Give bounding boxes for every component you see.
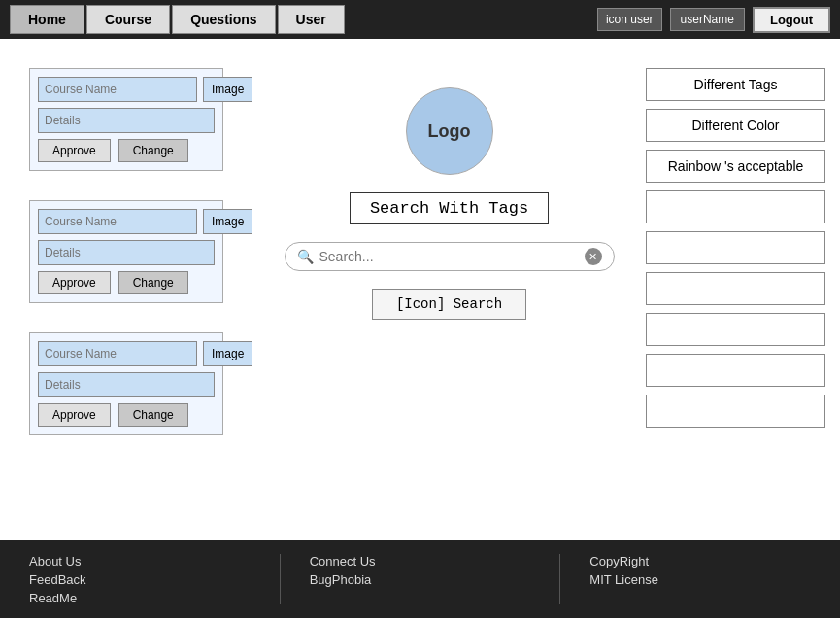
tag-btn-1[interactable]: Different Color xyxy=(646,109,825,142)
footer-col-1: About Us FeedBack ReadMe xyxy=(0,554,281,604)
course-details-input-2[interactable] xyxy=(38,240,215,265)
search-icon: 🔍 xyxy=(297,249,314,264)
footer-col-2: Connect Us BugPhobia xyxy=(281,554,561,604)
tag-empty-3 xyxy=(646,190,825,223)
tag-btn-0[interactable]: Different Tags xyxy=(646,68,825,101)
course-image-btn-2[interactable]: Image xyxy=(203,209,252,234)
tag-empty-6 xyxy=(646,313,825,346)
course-cards-column: Image Approve Change Image Approve Chang… xyxy=(0,58,252,531)
nav-right: icon user userName Logout xyxy=(597,7,830,33)
course-card-3: Image Approve Change xyxy=(29,332,223,435)
right-tags-column: Different Tags Different Color Rainbow '… xyxy=(646,58,840,531)
approve-btn-3[interactable]: Approve xyxy=(38,403,111,427)
logo-circle: Logo xyxy=(406,87,493,175)
footer: About Us FeedBack ReadMe Connect Us BugP… xyxy=(0,540,840,618)
main-content: Image Approve Change Image Approve Chang… xyxy=(0,39,840,540)
course-details-input-3[interactable] xyxy=(38,372,215,397)
logout-button[interactable]: Logout xyxy=(753,7,830,33)
change-btn-1[interactable]: Change xyxy=(118,139,188,162)
footer-col-3: CopyRight MIT License xyxy=(560,554,840,604)
course-details-input-1[interactable] xyxy=(38,108,215,133)
footer-link-mit[interactable]: MIT License xyxy=(589,572,811,587)
footer-link-bugphobia[interactable]: BugPhobia xyxy=(310,572,531,587)
approve-btn-1[interactable]: Approve xyxy=(38,139,111,162)
navbar: Home Course Questions User icon user use… xyxy=(0,0,840,39)
search-bar-container: 🔍 ✕ xyxy=(285,242,615,271)
change-btn-3[interactable]: Change xyxy=(118,403,188,427)
tab-user[interactable]: User xyxy=(278,5,345,34)
tag-empty-5 xyxy=(646,272,825,305)
approve-btn-2[interactable]: Approve xyxy=(38,271,111,294)
icon-user-label: icon user xyxy=(597,8,662,31)
course-card-2: Image Approve Change xyxy=(29,200,223,303)
tab-home[interactable]: Home xyxy=(10,5,84,34)
footer-link-copyright[interactable]: CopyRight xyxy=(589,554,811,568)
footer-link-feedback[interactable]: FeedBack xyxy=(29,572,251,587)
tag-btn-2[interactable]: Rainbow 's acceptable xyxy=(646,150,825,183)
footer-link-connect[interactable]: Connect Us xyxy=(310,554,531,568)
search-with-tags-label: Search With Tags xyxy=(350,192,549,224)
course-image-btn-1[interactable]: Image xyxy=(203,77,252,102)
username-display: userName xyxy=(670,8,745,31)
tab-questions[interactable]: Questions xyxy=(172,5,275,34)
change-btn-2[interactable]: Change xyxy=(118,271,188,294)
course-name-input-2[interactable] xyxy=(38,209,197,234)
course-name-input-3[interactable] xyxy=(38,341,197,366)
footer-link-readme[interactable]: ReadMe xyxy=(29,591,251,605)
footer-link-about[interactable]: About Us xyxy=(29,554,251,568)
search-input[interactable] xyxy=(319,249,585,264)
tab-course[interactable]: Course xyxy=(86,5,170,34)
search-clear-button[interactable]: ✕ xyxy=(585,248,602,265)
tag-empty-8 xyxy=(646,395,825,428)
search-action-button[interactable]: [Icon] Search xyxy=(372,289,526,320)
tag-empty-7 xyxy=(646,354,825,387)
course-card-1: Image Approve Change xyxy=(29,68,223,171)
course-name-input-1[interactable] xyxy=(38,77,197,102)
nav-tabs: Home Course Questions User xyxy=(10,5,345,34)
tag-empty-4 xyxy=(646,231,825,264)
center-column: Logo Search With Tags 🔍 ✕ [Icon] Search xyxy=(252,58,646,531)
course-image-btn-3[interactable]: Image xyxy=(203,341,252,366)
